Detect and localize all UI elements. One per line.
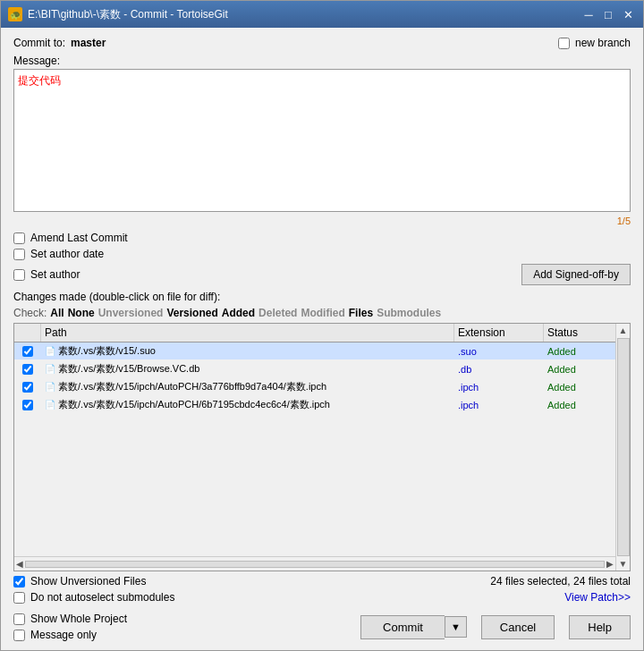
do-not-autoselect-row: Do not autoselect submodules (13, 591, 174, 604)
row-path-3: 📄 素数/.vs/素数/v15/ipch/AutoPCH/3a776bffb9d… (41, 378, 454, 395)
submodules-link[interactable]: Submodules (377, 307, 441, 319)
versioned-link[interactable]: Versioned (166, 307, 217, 319)
message-only-checkbox[interactable] (13, 630, 25, 641)
bottom-left-checks: Show Whole Project Message only (13, 613, 127, 641)
close-button[interactable]: ✕ (620, 6, 636, 22)
message-textarea[interactable]: 提交代码 (13, 69, 631, 212)
commit-dropdown-button[interactable]: ▼ (445, 616, 467, 638)
table-row[interactable]: 📄 素数/.vs/素数/v15/ipch/AutoPCH/3a776bffb9d… (14, 378, 615, 396)
check-label: Check: (13, 307, 47, 319)
show-unversioned-label: Show Unversioned Files (30, 575, 146, 588)
title-bar: 🐢 E:\BIT\github\-\素数 - Commit - Tortoise… (1, 1, 643, 28)
hscroll-track[interactable] (25, 561, 605, 568)
commit-to-left: Commit to: master (13, 37, 106, 49)
show-unversioned-checkbox[interactable] (13, 576, 25, 588)
deleted-link[interactable]: Deleted (258, 307, 297, 319)
show-whole-project-checkbox[interactable] (13, 613, 25, 625)
restore-button[interactable]: □ (600, 6, 616, 22)
unversioned-link[interactable]: Unversioned (98, 307, 164, 319)
row-check-1[interactable] (14, 344, 41, 359)
message-section: Message: 提交代码 1/5 (13, 55, 631, 226)
horizontal-scrollbar[interactable]: ◀ ▶ (14, 556, 615, 571)
set-author-row: Set author (13, 268, 80, 281)
table-row[interactable]: 📄 素数/.vs/素数/v15/ipch/AutoPCH/6b7195cbdc4… (14, 396, 615, 414)
minimize-button[interactable]: ─ (580, 6, 597, 22)
show-whole-project-row: Show Whole Project (13, 613, 127, 625)
amend-row: Amend Last Commit (13, 232, 631, 244)
commit-to-row: Commit to: master new branch (13, 37, 631, 49)
row-ext-4: .ipch (454, 398, 544, 412)
row-path-2: 📄 素数/.vs/素数/v15/Browse.VC.db (41, 360, 454, 377)
row-status-4: Added (544, 398, 615, 412)
show-whole-project-label: Show Whole Project (30, 613, 127, 625)
do-not-autoselect-checkbox[interactable] (13, 592, 25, 604)
header-extension: Extension (454, 324, 544, 342)
scroll-left-arrow[interactable]: ◀ (16, 559, 23, 569)
row-path-4: 📄 素数/.vs/素数/v15/ipch/AutoPCH/6b7195cbdc4… (41, 396, 454, 413)
action-buttons: Commit ▼ Cancel Help (360, 615, 631, 639)
table-row[interactable]: 📄 素数/.vs/素数/v15/Browse.VC.db .db Added (14, 360, 615, 378)
main-window: 🐢 E:\BIT\github\-\素数 - Commit - Tortoise… (0, 0, 644, 651)
file-table-wrapper: Path Extension Status 📄 素数/.vs/素数/v15/.s… (13, 323, 631, 571)
commit-to-label: Commit to: (13, 37, 65, 49)
files-link[interactable]: Files (349, 307, 373, 319)
amend-checkbox[interactable] (13, 232, 25, 244)
scroll-up-arrow[interactable]: ▲ (617, 324, 630, 337)
set-author-label: Set author (30, 268, 80, 281)
new-branch-checkbox[interactable] (558, 38, 570, 49)
add-signed-off-button[interactable]: Add Signed-off-by (521, 264, 631, 285)
none-link[interactable]: None (68, 307, 95, 319)
commit-button-group: Commit ▼ (360, 615, 467, 639)
added-link[interactable]: Added (222, 307, 255, 319)
row-status-3: Added (544, 380, 615, 394)
autoselect-row: Do not autoselect submodules View Patch>… (13, 591, 631, 604)
row-check-4[interactable] (14, 398, 41, 412)
scroll-right-arrow[interactable]: ▶ (606, 559, 614, 569)
message-counter: 1/5 (13, 216, 631, 226)
vscroll-track[interactable] (617, 338, 630, 556)
app-icon: 🐢 (8, 7, 22, 21)
row-ext-1: .suo (454, 344, 544, 359)
header-status: Status (544, 324, 615, 342)
table-row[interactable]: 📄 素数/.vs/素数/v15/.suo .suo Added (14, 342, 615, 360)
all-link[interactable]: All (50, 307, 64, 319)
row-check-2[interactable] (14, 362, 41, 376)
commit-button[interactable]: Commit (360, 615, 445, 639)
window-title: E:\BIT\github\-\素数 - Commit - TortoiseGi… (28, 7, 228, 22)
message-only-label: Message only (30, 629, 97, 641)
help-button[interactable]: Help (569, 615, 631, 639)
set-author-date-row: Set author date (13, 248, 631, 260)
new-branch-label: new branch (575, 37, 631, 49)
message-only-row: Message only (13, 629, 127, 641)
set-author-checkbox[interactable] (13, 269, 25, 281)
row-status-2: Added (544, 362, 615, 376)
check-row: Check: All None Unversioned Versioned Ad… (13, 307, 631, 319)
header-check (14, 324, 41, 342)
row-path-1: 📄 素数/.vs/素数/v15/.suo (41, 342, 454, 359)
options-section: Amend Last Commit Set author date Set au… (13, 232, 631, 285)
scroll-down-arrow[interactable]: ▼ (617, 557, 630, 571)
cancel-button[interactable]: Cancel (481, 615, 555, 639)
header-path: Path (41, 324, 454, 342)
do-not-autoselect-label: Do not autoselect submodules (30, 591, 174, 604)
branch-name: master (71, 37, 106, 49)
file-stats-row: Show Unversioned Files 24 files selected… (13, 575, 631, 588)
bottom-buttons-row: Show Whole Project Message only Commit ▼… (13, 613, 631, 641)
window-controls: ─ □ ✕ (580, 6, 636, 22)
row-check-3[interactable] (14, 380, 41, 394)
view-patch-link[interactable]: View Patch>> (564, 591, 631, 604)
amend-label: Amend Last Commit (30, 232, 128, 244)
title-bar-left: 🐢 E:\BIT\github\-\素数 - Commit - Tortoise… (8, 7, 228, 22)
set-author-date-checkbox[interactable] (13, 249, 25, 260)
vertical-scrollbar[interactable]: ▲ ▼ (615, 324, 630, 571)
file-table-body[interactable]: 📄 素数/.vs/素数/v15/.suo .suo Added 📄 素数/.vs… (14, 342, 615, 556)
file-stats-text: 24 files selected, 24 files total (490, 575, 631, 588)
row-status-1: Added (544, 344, 615, 359)
row-ext-3: .ipch (454, 380, 544, 394)
table-header: Path Extension Status (14, 324, 615, 342)
changes-label: Changes made (double-click on file for d… (13, 291, 631, 303)
modified-link[interactable]: Modified (301, 307, 344, 319)
set-author-date-label: Set author date (30, 248, 104, 260)
new-branch-row: new branch (558, 37, 631, 49)
message-label: Message: (13, 55, 631, 67)
